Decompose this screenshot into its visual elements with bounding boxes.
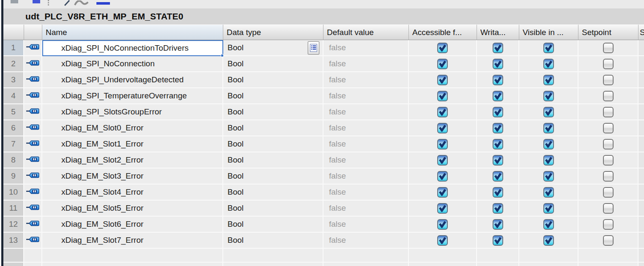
name-cell[interactable]: xDiag_SPI_UndervoltageDetected: [42, 72, 223, 88]
row-number-cell[interactable]: 5: [3, 104, 24, 120]
row-icon-cell[interactable]: [24, 136, 42, 152]
default-value-cell[interactable]: false: [323, 233, 409, 249]
setpoint-checkbox[interactable]: [603, 139, 614, 149]
row-number-cell[interactable]: 11: [3, 201, 24, 217]
default-value-cell[interactable]: false: [323, 104, 409, 120]
data-type-cell[interactable]: Bool: [223, 201, 323, 217]
visible-checkbox[interactable]: [543, 43, 554, 53]
accessible-checkbox[interactable]: [437, 43, 448, 53]
writable-checkbox[interactable]: [493, 219, 503, 230]
row-number-cell[interactable]: 12: [3, 217, 24, 233]
setpoint-checkbox[interactable]: [603, 107, 614, 117]
setpoint-checkbox[interactable]: [603, 187, 614, 198]
blue-block-icon[interactable]: [33, 0, 40, 3]
visible-checkbox[interactable]: [543, 139, 554, 149]
writable-checkbox[interactable]: [493, 139, 503, 149]
row-icon-cell[interactable]: [24, 40, 42, 56]
name-cell[interactable]: xDiag_EM_Slot2_Error: [42, 152, 223, 168]
visible-checkbox[interactable]: [543, 219, 554, 230]
header-name[interactable]: Name: [42, 24, 223, 40]
accessible-checkbox[interactable]: [437, 219, 448, 230]
swoosh-icon[interactable]: [74, 0, 88, 8]
setpoint-checkbox[interactable]: [603, 219, 614, 230]
writable-checkbox[interactable]: [493, 75, 503, 85]
data-type-cell[interactable]: Bool: [223, 168, 323, 185]
data-type-browse-button[interactable]: [308, 41, 319, 54]
visible-checkbox[interactable]: [543, 75, 554, 85]
data-type-cell[interactable]: Bool: [223, 136, 323, 152]
row-icon-cell[interactable]: [24, 233, 42, 249]
visible-checkbox[interactable]: [543, 123, 554, 133]
writable-checkbox[interactable]: [493, 107, 503, 117]
row-icon-cell[interactable]: [24, 185, 42, 201]
visible-checkbox[interactable]: [543, 59, 554, 69]
row-icon-cell[interactable]: [24, 72, 42, 88]
name-cell[interactable]: xDiag_EM_Slot5_Error: [42, 201, 223, 217]
accessible-checkbox[interactable]: [437, 235, 448, 246]
name-cell[interactable]: xDiag_EM_Slot7_Error: [42, 233, 223, 249]
data-type-cell[interactable]: Bool: [223, 152, 323, 168]
setpoint-checkbox[interactable]: [603, 123, 614, 133]
setpoint-checkbox[interactable]: [603, 155, 614, 166]
visible-checkbox[interactable]: [543, 203, 554, 214]
writable-checkbox[interactable]: [493, 203, 503, 214]
empty-row[interactable]: [3, 249, 644, 263]
data-type-cell[interactable]: Bool: [223, 233, 323, 249]
writable-checkbox[interactable]: [493, 59, 503, 69]
setpoint-checkbox[interactable]: [603, 203, 614, 214]
visible-checkbox[interactable]: [543, 155, 554, 166]
row-icon-cell[interactable]: [24, 217, 42, 233]
row-number-cell[interactable]: 3: [3, 72, 24, 88]
default-value-cell[interactable]: false: [323, 152, 409, 168]
name-cell[interactable]: xDiag_SPI_NoConnectionToDrivers: [42, 40, 223, 56]
default-value-cell[interactable]: false: [323, 56, 409, 72]
visible-checkbox[interactable]: [543, 235, 554, 246]
header-s[interactable]: S: [639, 24, 644, 40]
data-type-cell[interactable]: Bool: [223, 104, 323, 120]
name-cell[interactable]: xDiag_EM_Slot1_Error: [42, 136, 223, 152]
header-data-type[interactable]: Data type: [223, 24, 323, 40]
default-value-cell[interactable]: false: [323, 136, 409, 152]
setpoint-checkbox[interactable]: [603, 43, 614, 53]
accessible-checkbox[interactable]: [437, 75, 448, 85]
setpoint-checkbox[interactable]: [603, 75, 614, 85]
data-type-cell[interactable]: Bool: [223, 185, 323, 201]
default-value-cell[interactable]: false: [323, 217, 409, 233]
writable-checkbox[interactable]: [493, 43, 503, 53]
data-type-cell[interactable]: Bool: [223, 120, 323, 136]
header-setpoint[interactable]: Setpoint: [578, 24, 639, 40]
row-number-cell[interactable]: 13: [3, 233, 24, 249]
gray-block-icon[interactable]: [11, 0, 18, 3]
header-default-value[interactable]: Default value: [323, 24, 409, 40]
header-writable[interactable]: Writa...: [477, 24, 519, 40]
accessible-checkbox[interactable]: [437, 107, 448, 117]
name-cell[interactable]: xDiag_EM_Slot4_Error: [42, 185, 223, 201]
default-value-cell[interactable]: false: [323, 201, 409, 217]
default-value-cell[interactable]: false: [323, 120, 409, 136]
header-visible[interactable]: Visible in ...: [519, 24, 578, 40]
data-type-cell[interactable]: Bool: [223, 56, 323, 72]
selection-fill-handle[interactable]: [221, 54, 224, 57]
writable-checkbox[interactable]: [493, 91, 503, 101]
default-value-cell[interactable]: false: [323, 88, 409, 104]
writable-checkbox[interactable]: [493, 235, 503, 246]
pen-icon[interactable]: [63, 0, 71, 8]
default-value-cell[interactable]: false: [323, 168, 409, 185]
data-type-cell[interactable]: Bool: [223, 72, 323, 88]
accessible-checkbox[interactable]: [437, 91, 448, 101]
accessible-checkbox[interactable]: [437, 203, 448, 214]
default-value-cell[interactable]: false: [323, 40, 409, 56]
visible-checkbox[interactable]: [543, 171, 554, 182]
row-number-cell[interactable]: 8: [3, 152, 24, 168]
writable-checkbox[interactable]: [493, 123, 503, 133]
header-accessible[interactable]: Accessible f...: [409, 24, 477, 40]
name-cell[interactable]: xDiag_SPI_TemperatureOverrange: [42, 88, 223, 104]
row-icon-cell[interactable]: [24, 104, 42, 120]
data-type-cell[interactable]: Bool: [223, 88, 323, 104]
row-icon-cell[interactable]: [24, 168, 42, 185]
setpoint-checkbox[interactable]: [603, 91, 614, 101]
header-icon[interactable]: [24, 24, 42, 40]
visible-checkbox[interactable]: [543, 187, 554, 198]
setpoint-checkbox[interactable]: [603, 235, 614, 246]
data-type-cell[interactable]: Bool: [223, 217, 323, 233]
